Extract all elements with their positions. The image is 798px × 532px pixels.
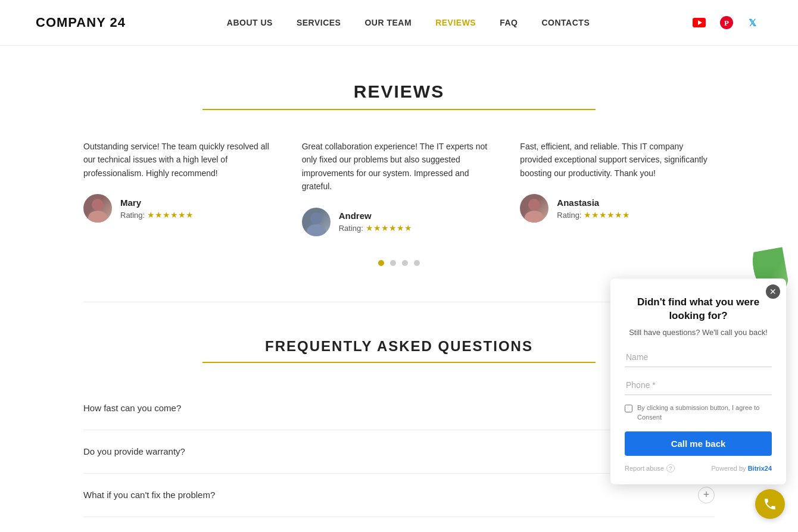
nav-item-faq[interactable]: FAQ — [500, 17, 518, 28]
twitter-icon[interactable]: 𝕏 — [746, 14, 762, 31]
nav-link-ourteam[interactable]: OUR TEAM — [364, 18, 412, 27]
svg-point-8 — [307, 224, 326, 236]
faq-underline — [202, 362, 596, 363]
review-text-mary: Outstanding service! The team quickly re… — [83, 140, 278, 180]
reviewer-rating-anastasia: Rating: ★★★★★★ — [557, 210, 630, 220]
svg-point-6 — [88, 211, 107, 223]
nav-item-services[interactable]: SERVICES — [297, 17, 341, 28]
faq-question-1: How fast can you come? — [83, 403, 181, 413]
pinterest-icon[interactable]: P — [718, 14, 735, 31]
reviews-underline — [202, 109, 596, 110]
logo[interactable]: COMPANY 24 — [36, 15, 126, 30]
faq-question-3: What if you can't fix the problem? — [83, 490, 215, 500]
youtube-icon[interactable] — [691, 14, 707, 31]
review-text-anastasia: Fast, efficient, and reliable. This IT c… — [520, 140, 715, 180]
review-text-andrew: Great collaboration experience! The IT e… — [302, 140, 497, 193]
review-card-mary: Outstanding service! The team quickly re… — [83, 140, 278, 236]
reviews-grid: Outstanding service! The team quickly re… — [83, 140, 715, 236]
header: COMPANY 24 ABOUT US SERVICES OUR TEAM RE… — [0, 0, 798, 46]
stars-mary: ★★★★★★ — [147, 210, 194, 220]
reviewer-rating-mary: Rating: ★★★★★★ — [120, 210, 194, 220]
popup-subtitle: Still have questions? We'll call you bac… — [625, 328, 772, 337]
popup-overlay: ✕ Didn't find what you were looking for?… — [610, 278, 786, 484]
carousel-dot-2[interactable] — [390, 260, 396, 266]
popup-title: Didn't find what you were looking for? — [625, 295, 772, 324]
social-icons: P 𝕏 — [691, 14, 762, 31]
avatar-mary — [83, 194, 112, 223]
reviewer-mary: Mary Rating: ★★★★★★ — [83, 194, 278, 223]
svg-text:𝕏: 𝕏 — [749, 18, 756, 28]
powered-by: Powered by Bitrix24 — [711, 465, 772, 472]
nav-item-contacts[interactable]: CONTACTS — [541, 17, 590, 28]
svg-point-7 — [310, 212, 322, 224]
popup-consent-label: By clicking a submission button, I agree… — [637, 403, 772, 422]
popup-card: ✕ Didn't find what you were looking for?… — [610, 278, 786, 484]
nav-link-about[interactable]: ABOUT US — [227, 18, 273, 27]
svg-point-9 — [528, 199, 540, 211]
popup-close-button[interactable]: ✕ — [766, 284, 780, 299]
reviewer-name-mary: Mary — [120, 198, 194, 208]
popup-footer: Report abuse ? Powered by Bitrix24 — [625, 464, 772, 472]
reviews-section: REVIEWS Outstanding service! The team qu… — [83, 82, 715, 266]
review-card-anastasia: Fast, efficient, and reliable. This IT c… — [520, 140, 715, 236]
reviews-title: REVIEWS — [83, 82, 715, 102]
faq-question-2: Do you provide warranty? — [83, 446, 185, 456]
popup-report-icon: ? — [666, 464, 675, 472]
carousel-dot-3[interactable] — [402, 260, 408, 266]
nav-list: ABOUT US SERVICES OUR TEAM REVIEWS FAQ C… — [227, 17, 590, 28]
reviewer-name-anastasia: Anastasia — [557, 198, 630, 208]
faq-expand-icon-3[interactable]: + — [698, 487, 715, 503]
nav-item-reviews[interactable]: REVIEWS — [435, 17, 476, 28]
avatar-andrew — [302, 208, 331, 236]
carousel-dots — [83, 260, 715, 266]
svg-point-10 — [525, 211, 544, 223]
nav-link-contacts[interactable]: CONTACTS — [541, 18, 590, 27]
popup-report[interactable]: Report abuse ? — [625, 464, 675, 472]
main-nav: ABOUT US SERVICES OUR TEAM REVIEWS FAQ C… — [227, 17, 590, 28]
carousel-dot-4[interactable] — [414, 260, 420, 266]
nav-item-about[interactable]: ABOUT US — [227, 17, 273, 28]
svg-text:P: P — [724, 18, 729, 27]
reviewer-info-andrew: Andrew Rating: ★★★★★★ — [339, 211, 412, 233]
svg-point-5 — [92, 199, 104, 211]
reviewer-info-mary: Mary Rating: ★★★★★★ — [120, 198, 194, 220]
stars-anastasia: ★★★★★★ — [584, 210, 630, 220]
reviewer-rating-andrew: Rating: ★★★★★★ — [339, 223, 412, 233]
nav-link-faq[interactable]: FAQ — [500, 18, 518, 27]
popup-consent: By clicking a submission button, I agree… — [625, 403, 772, 422]
reviewer-name-andrew: Andrew — [339, 211, 412, 221]
review-card-andrew: Great collaboration experience! The IT e… — [302, 140, 497, 236]
float-phone-button[interactable] — [755, 489, 785, 519]
stars-andrew: ★★★★★★ — [366, 223, 412, 233]
reviewer-anastasia: Anastasia Rating: ★★★★★★ — [520, 194, 715, 223]
reviewer-andrew: Andrew Rating: ★★★★★★ — [302, 208, 497, 236]
popup-name-input[interactable] — [625, 348, 772, 367]
nav-link-services[interactable]: SERVICES — [297, 18, 341, 27]
popup-report-label: Report abuse — [625, 465, 664, 472]
avatar-anastasia — [520, 194, 548, 223]
nav-link-reviews[interactable]: REVIEWS — [435, 18, 476, 27]
carousel-dot-1[interactable] — [378, 260, 384, 266]
popup-consent-checkbox[interactable] — [625, 405, 632, 412]
popup-phone-input[interactable] — [625, 375, 772, 395]
reviewer-info-anastasia: Anastasia Rating: ★★★★★★ — [557, 198, 630, 220]
nav-item-ourteam[interactable]: OUR TEAM — [364, 17, 412, 28]
popup-call-button[interactable]: Call me back — [625, 431, 772, 456]
